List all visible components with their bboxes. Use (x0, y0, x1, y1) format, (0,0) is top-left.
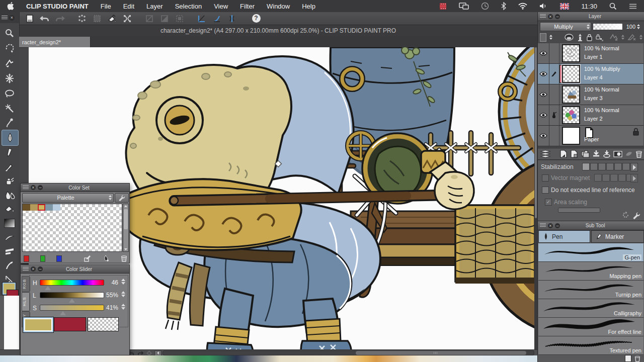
no-exceed-checkbox[interactable] (542, 187, 549, 194)
auto-select-tool[interactable] (0, 102, 19, 116)
layer-visibility-eye-icon[interactable] (538, 43, 549, 63)
palette-swatch[interactable] (53, 204, 60, 211)
hscroll-left-button[interactable] (154, 350, 162, 356)
menu-edit[interactable]: Edit (123, 3, 134, 10)
delete-sub-tool-trash-icon[interactable] (634, 355, 640, 362)
input-language-flag-icon[interactable] (560, 3, 569, 10)
delete-layer-trash-icon[interactable] (635, 150, 642, 158)
pen-tool-selected[interactable] (2, 130, 19, 146)
close-icon[interactable]: × (31, 266, 36, 272)
canvas-hscrollbar[interactable] (163, 350, 534, 355)
color-slider-header[interactable]: × – Color Slider (21, 265, 129, 274)
minimize-icon[interactable]: – (555, 223, 560, 228)
menu-file[interactable]: File (101, 3, 111, 10)
apple-menu-icon[interactable] (7, 2, 14, 10)
close-icon[interactable]: × (9, 15, 15, 21)
ruler-tool[interactable] (0, 258, 19, 273)
brush-row-for-effect-line[interactable]: For effect line (538, 318, 643, 336)
new-folder-icon[interactable] (581, 150, 590, 158)
layer-panel-header[interactable]: × – Layer (538, 12, 644, 21)
gradient-tool[interactable] (0, 216, 19, 230)
canvas-page-left-extension[interactable] (0, 296, 19, 349)
zoom-tool[interactable] (0, 26, 19, 40)
move-tool[interactable] (0, 71, 19, 85)
frame-border-tool[interactable] (0, 244, 19, 258)
layer-thumbnail[interactable] (562, 106, 580, 124)
stabilization-segments[interactable] (582, 163, 630, 172)
layer-visibility-eye-icon[interactable] (538, 126, 549, 146)
layer-opacity-stepper[interactable] (637, 24, 640, 29)
layer-visibility-eye-icon[interactable] (538, 64, 549, 84)
delete-swatch-trash-icon[interactable] (121, 255, 127, 262)
menu-clock[interactable]: 11:30 (581, 3, 597, 10)
slider-s-handle[interactable] (60, 311, 66, 315)
layer-name[interactable]: Layer 2 (584, 116, 603, 122)
sub-color-swatch[interactable] (54, 317, 86, 331)
new-page-icon[interactable] (23, 13, 36, 25)
color-slider-window[interactable]: × – Color Slider RGB HLS CMY H 46 L 55% … (20, 264, 130, 355)
layer-visibility-eye-icon[interactable] (538, 105, 549, 125)
layer-name[interactable]: Paper (584, 136, 599, 142)
new-vector-layer-icon[interactable] (570, 150, 578, 158)
displays-icon[interactable] (459, 3, 469, 10)
color-set-header[interactable]: × – Color Set (21, 184, 129, 192)
brush-tool[interactable] (0, 160, 19, 174)
help-icon[interactable]: ? (250, 13, 263, 25)
palette-dropdown[interactable]: Palette (22, 193, 114, 203)
layer-name[interactable]: Layer 3 (584, 95, 603, 101)
menu-filter[interactable]: Filter (240, 3, 255, 10)
eyedropper-tool[interactable] (0, 116, 19, 130)
edit-swatch-icon[interactable] (84, 255, 92, 262)
bluetooth-icon[interactable] (501, 2, 506, 10)
close-icon[interactable]: × (548, 14, 553, 19)
color-set-wrench-icon[interactable] (115, 193, 129, 203)
redo-icon[interactable] (53, 13, 66, 25)
palette-swatch[interactable] (23, 204, 30, 211)
panel-menu-icon[interactable] (540, 223, 546, 228)
layer-thumbnail[interactable] (562, 127, 580, 145)
snap-special-icon[interactable] (225, 13, 238, 25)
rule-snap-icon[interactable] (158, 13, 171, 25)
slider-s-stepper[interactable] (121, 304, 125, 310)
thumbnail-size-box[interactable] (540, 33, 546, 42)
figure-tool[interactable] (0, 230, 19, 244)
slider-l-track[interactable] (40, 292, 104, 298)
layer-row-2[interactable]: 100 % Normal Layer 2 (538, 105, 643, 126)
time-machine-icon[interactable] (481, 2, 489, 10)
slider-s-track[interactable] (40, 305, 104, 311)
slider-h-stepper[interactable] (121, 279, 125, 285)
deselect-icon[interactable] (91, 13, 104, 25)
scatter-select-icon[interactable] (75, 13, 89, 25)
fill-tool[interactable] (0, 202, 19, 216)
slider-l-stepper[interactable] (121, 291, 125, 297)
slider-l-handle[interactable] (69, 299, 75, 303)
lasso-tool[interactable] (0, 86, 19, 101)
panel-menu-icon[interactable] (23, 267, 29, 272)
panel-menu-icon[interactable] (540, 14, 546, 19)
brush-row-calligraphy[interactable]: Calligraphy (538, 299, 643, 318)
palette-swatch-selected[interactable] (38, 204, 45, 211)
brush-row-mapping-pen[interactable]: Mapping pen (538, 262, 643, 281)
wifi-icon[interactable] (518, 3, 527, 10)
palette-swatch[interactable] (45, 204, 53, 211)
color-set-window[interactable]: × – Color Set Palette (20, 183, 130, 263)
minimize-icon[interactable]: – (38, 185, 43, 190)
object-tool[interactable] (0, 56, 19, 70)
layer-name[interactable]: Layer 1 (584, 54, 603, 60)
snap-ruler-icon[interactable] (195, 13, 208, 25)
slider-h-handle[interactable] (45, 286, 51, 290)
reset-tool-icon[interactable] (622, 211, 629, 219)
palette-swatch[interactable] (30, 204, 38, 211)
rotate-tool[interactable] (0, 41, 19, 55)
tool-settings-wrench-icon[interactable] (633, 212, 640, 219)
canvas-settings-gear-icon[interactable] (146, 350, 152, 356)
quick-swatch-red[interactable] (24, 255, 29, 262)
document-title-bar[interactable]: character_design2* (A4 297.00 x 210.00mm… (19, 25, 537, 37)
slider-h-track[interactable] (40, 280, 104, 286)
color-set-scrollbar[interactable] (123, 204, 129, 252)
quick-swatch-blue[interactable] (56, 255, 62, 262)
layer-row-paper[interactable]: Paper (538, 126, 643, 146)
pencil-tool[interactable] (0, 146, 19, 160)
color-set-grid[interactable] (22, 204, 122, 252)
thumbnail-size-stepper[interactable] (549, 35, 552, 40)
